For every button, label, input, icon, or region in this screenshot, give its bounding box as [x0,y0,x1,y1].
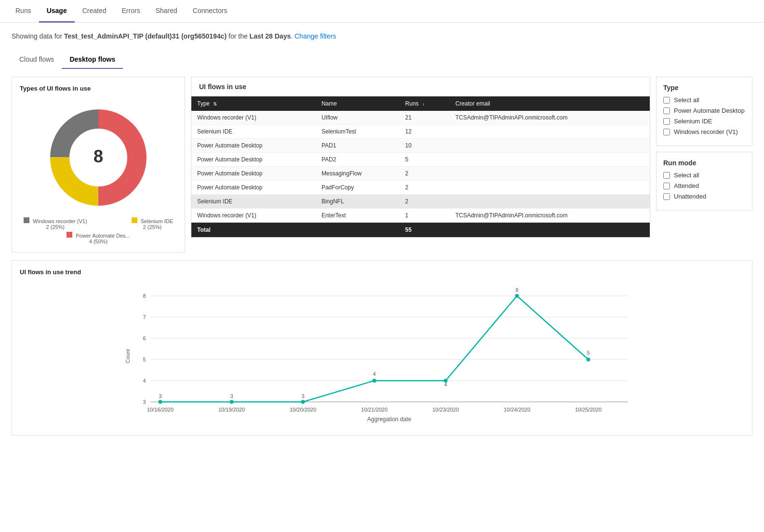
type-filter-panel: Type Select all Power Automate Desktop S… [656,77,752,146]
type-filter-pad[interactable]: Power Automate Desktop [663,107,745,114]
x-axis-label: Aggregation date [367,416,412,423]
legend-selenium-label: Selenium IDE [141,218,173,224]
cell-runs: 1 [400,209,450,223]
table-row[interactable]: Selenium IDE BingNFL 2 [191,195,650,209]
type-filter-select-all-label: Select all [674,96,699,104]
legend-pad-label: Power Automate Des... [76,233,130,239]
info-suffix: . [291,32,293,40]
svg-text:8: 8 [143,293,146,299]
subtab-desktop-flows[interactable]: Desktop flows [62,52,123,69]
label-3: 3 [301,393,304,399]
cell-type: Power Automate Desktop [191,181,316,195]
tab-created[interactable]: Created [75,0,114,23]
cell-name: SeleniumTest [316,125,400,139]
label-1: 3 [159,393,161,399]
table-footer-spacer [316,223,400,238]
table-row[interactable]: Power Automate Desktop PadForCopy 2 [191,181,650,195]
label-5: 4 [444,382,447,387]
trend-title: UI flows in use trend [20,268,744,276]
subtab-cloud-flows[interactable]: Cloud flows [12,52,62,69]
table-row[interactable]: Selenium IDE SeleniumTest 12 [191,125,650,139]
run-mode-unattended[interactable]: Unattended [663,193,745,200]
trend-line [161,296,589,402]
run-mode-select-all-checkbox[interactable] [663,172,670,179]
table-footer-total: 55 [400,223,450,238]
cell-name: BingNFL [316,195,400,209]
type-filter-windows-checkbox[interactable] [663,129,670,135]
info-environment: Test_test_AdminAPI_TIP (default)31 (org5… [64,32,227,40]
legend-windows-value: 2 (25%) [46,224,65,230]
type-filter-windows[interactable]: Windows recorder (V1) [663,128,745,135]
type-filter-selenium-checkbox[interactable] [663,118,670,125]
cell-runs: 2 [400,195,450,209]
info-prefix: Showing data for [12,32,64,40]
cell-type: Power Automate Desktop [191,139,316,153]
legend-pad-value: 4 (50%) [89,239,108,244]
table-row[interactable]: Power Automate Desktop PAD2 5 [191,153,650,167]
cell-type: Power Automate Desktop [191,153,316,167]
svg-text:7: 7 [143,314,146,320]
label-4: 4 [373,371,375,377]
cell-creator [450,125,650,139]
panels-row: Types of UI flows in use 8 [12,77,752,253]
type-filter-select-all[interactable]: Select all [663,96,745,104]
label-2: 3 [230,393,233,399]
svg-text:5: 5 [143,357,146,362]
table-row[interactable]: Power Automate Desktop PAD1 10 [191,139,650,153]
label-7: 5 [587,350,590,356]
nav-tabs: Runs Usage Created Errors Shared Connect… [0,0,764,23]
table-row[interactable]: Power Automate Desktop MessagingFlow 2 [191,167,650,181]
run-mode-attended[interactable]: Attended [663,182,745,189]
cell-type: Selenium IDE [191,125,316,139]
data-point-7 [587,358,590,361]
x-label-1: 10/16/2020 [147,407,174,412]
col-runs[interactable]: Runs ↓ [400,96,450,111]
data-point-1 [159,400,162,404]
sub-tabs: Cloud flows Desktop flows [12,52,752,69]
cell-runs: 5 [400,153,450,167]
tab-runs[interactable]: Runs [8,0,39,23]
filter-panels: Type Select all Power Automate Desktop S… [656,77,752,211]
table-row[interactable]: Windows recorder (V1) UIflow 21 TCSAdmin… [191,111,650,125]
table-panel-title: UI flows in use [191,77,650,96]
data-point-4 [373,379,376,383]
info-bar: Showing data for Test_test_AdminAPI_TIP … [12,32,752,40]
type-filter-pad-checkbox[interactable] [663,107,670,114]
type-filter-windows-label: Windows recorder (V1) [674,128,738,135]
data-point-3 [301,400,305,404]
cell-creator: TCSAdmin@TIPAdminAPI.onmicrosoft.com [450,111,650,125]
tab-errors[interactable]: Errors [114,0,148,23]
type-filter-select-all-checkbox[interactable] [663,97,670,104]
change-filters-link[interactable]: Change filters [295,32,336,40]
legend-windows-label: Windows recorder (V1) [33,218,87,224]
table-footer-label: Total [191,223,316,238]
cell-type: Power Automate Desktop [191,167,316,181]
data-point-6 [515,294,519,298]
run-mode-attended-checkbox[interactable] [663,183,670,189]
cell-runs: 21 [400,111,450,125]
col-name[interactable]: Name [316,96,400,111]
run-mode-unattended-checkbox[interactable] [663,193,670,200]
run-mode-select-all[interactable]: Select all [663,172,745,179]
table-panel: UI flows in use Type ⇅ Name Runs ↓ Creat… [191,77,650,238]
tab-shared[interactable]: Shared [148,0,185,23]
cell-type: Selenium IDE [191,195,316,209]
type-filter-title: Type [663,84,745,92]
legend-selenium-value: 2 (25%) [143,224,162,230]
col-type[interactable]: Type ⇅ [191,96,316,111]
cell-type: Windows recorder (V1) [191,111,316,125]
run-mode-filter-title: Run mode [663,159,745,167]
type-filter-selenium[interactable]: Selenium IDE [663,118,745,125]
col-creator[interactable]: Creator email [450,96,650,111]
x-label-3: 10/20/2020 [290,407,316,412]
x-label-7: 10/25/2020 [575,407,602,412]
trend-chart: Count 8 7 6 5 [20,281,744,427]
tab-usage[interactable]: Usage [39,0,75,23]
run-mode-filter-panel: Run mode Select all Attended Unattended [656,152,752,211]
cell-name: PAD2 [316,153,400,167]
table-row[interactable]: Windows recorder (V1) EnterText 1 TCSAdm… [191,209,650,223]
cell-runs: 2 [400,167,450,181]
tab-connectors[interactable]: Connectors [185,0,235,23]
x-label-5: 10/23/2020 [432,407,459,412]
table-footer-spacer2 [450,223,650,238]
